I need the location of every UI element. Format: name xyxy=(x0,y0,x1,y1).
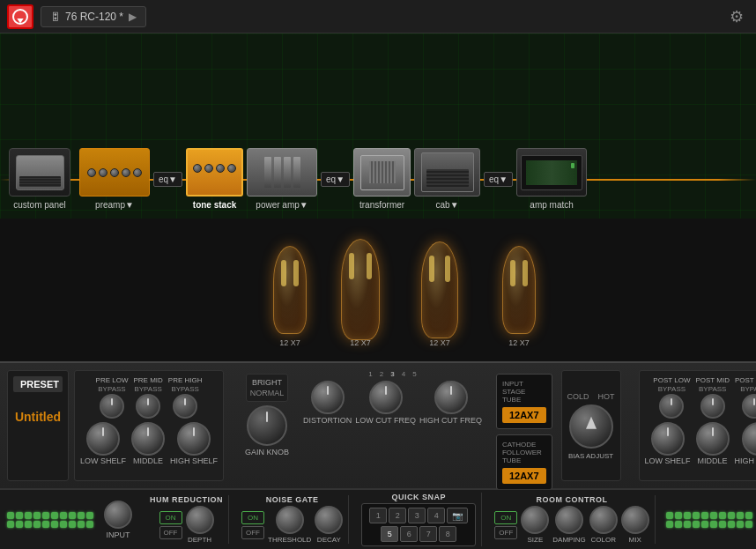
led-17 xyxy=(60,521,67,528)
damping-knob[interactable] xyxy=(555,506,583,534)
quick-snap-section: QUICK SNAP 1 2 3 4 📷 5 6 7 8 xyxy=(356,493,482,546)
pre-low-knob[interactable] xyxy=(100,394,124,419)
chain-item-power-amp[interactable]: power amp▼ xyxy=(247,148,317,210)
chain-item-eq1[interactable]: eq▼ xyxy=(153,172,182,187)
snap-8[interactable]: 8 xyxy=(439,526,456,542)
high-cut-knob[interactable] xyxy=(434,381,468,414)
decay-knob[interactable] xyxy=(315,506,343,534)
preset-selector[interactable]: 🎛 76 RC-120 * ▶ xyxy=(41,6,146,27)
preamp-knob-5 xyxy=(133,168,142,177)
bias-section: COLD HOT BIAS ADJUST xyxy=(561,370,621,481)
pre-mid-knob[interactable] xyxy=(136,394,160,419)
led-bar-right-bottom xyxy=(666,521,752,528)
low-cut-knob[interactable] xyxy=(369,381,403,414)
quick-snap-box: 1 2 3 4 📷 5 6 7 8 xyxy=(361,503,476,546)
tube-2: 12 X7 xyxy=(325,228,396,352)
high-shelf-knob[interactable] xyxy=(177,422,211,456)
snap-1[interactable]: 1 xyxy=(369,508,387,523)
led-r12 xyxy=(675,521,682,528)
pre-high-knob[interactable] xyxy=(173,394,197,419)
tube-1-label: 12 X7 xyxy=(279,338,300,347)
post-high-knob[interactable] xyxy=(742,394,756,419)
chain-item-eq2[interactable]: eq▼ xyxy=(321,172,350,187)
input-tube-button[interactable]: 12AX7 xyxy=(502,407,546,423)
post-high-bypass: BYPASS xyxy=(740,385,756,393)
snap-4[interactable]: 4 xyxy=(427,508,445,523)
led-8 xyxy=(69,512,76,519)
chain-item-preamp[interactable]: preamp▼ xyxy=(79,148,150,210)
led-r16 xyxy=(710,521,717,528)
distortion-knob[interactable] xyxy=(311,381,345,414)
threshold-knob[interactable] xyxy=(276,506,304,534)
eq2-label[interactable]: eq▼ xyxy=(321,172,350,187)
post-middle-knob[interactable] xyxy=(696,422,730,456)
tube-4: 12 X7 xyxy=(484,228,554,352)
led-r17 xyxy=(719,521,726,528)
snap-3[interactable]: 3 xyxy=(408,508,426,523)
settings-button[interactable]: ⚙ xyxy=(724,4,749,29)
led-meters-left xyxy=(7,512,93,528)
middle-knob[interactable] xyxy=(131,422,165,456)
bright-gain-section: BRIGHT NORMAL GAIN KNOB xyxy=(241,370,293,481)
noise-gate-controls: ON OFF THRESHOLD DECAY xyxy=(241,506,343,544)
led-r18 xyxy=(728,521,735,528)
cathode-tube-button[interactable]: 12AX7 xyxy=(502,468,546,484)
hum-on-button[interactable]: ON xyxy=(159,511,182,524)
chain-item-eq3[interactable]: eq▼ xyxy=(484,172,513,187)
preset-name-label: 76 RC-120 * xyxy=(65,11,123,23)
led-bar-bottom xyxy=(7,521,93,528)
logo-button[interactable] xyxy=(7,4,33,29)
led-9 xyxy=(78,512,85,519)
chain-item-transformer[interactable]: transformer xyxy=(353,148,411,210)
gain-knob[interactable] xyxy=(247,405,287,446)
cab-box xyxy=(414,148,480,197)
post-high-shelf-knob[interactable] xyxy=(742,422,756,456)
low-shelf-knob[interactable] xyxy=(86,422,120,456)
room-on-button[interactable]: ON xyxy=(494,511,517,524)
post-low-shelf-knob[interactable] xyxy=(651,422,685,456)
eq3-label[interactable]: eq▼ xyxy=(484,172,513,187)
tube-glass-1: 12 X7 xyxy=(268,237,312,343)
color-knob[interactable] xyxy=(589,506,618,534)
led-18 xyxy=(69,521,76,528)
post-middle-label: MIDDLE xyxy=(698,456,728,465)
hum-off-button[interactable]: OFF xyxy=(159,526,182,539)
preset-arrow-icon: ▶ xyxy=(129,11,137,23)
mix-knob[interactable] xyxy=(621,506,649,534)
led-11 xyxy=(7,521,14,528)
gate-on-button[interactable]: ON xyxy=(241,511,264,524)
post-mid-knob[interactable] xyxy=(700,394,725,419)
snap-7[interactable]: 7 xyxy=(419,526,437,542)
pre-high-label: PRE HIGH xyxy=(168,376,203,384)
input-knob[interactable] xyxy=(104,501,132,529)
snap-2[interactable]: 2 xyxy=(389,508,406,523)
camera-snap-button[interactable]: 📷 xyxy=(447,508,468,523)
transformer-box xyxy=(353,148,411,197)
bias-dial-container xyxy=(569,404,613,449)
post-low-knob[interactable] xyxy=(659,394,684,419)
preset-label: PRESET xyxy=(13,376,63,392)
chain-item-cab[interactable]: cab▼ xyxy=(414,148,480,210)
chain-item-custom-panel[interactable]: custom panel xyxy=(9,148,70,210)
bias-dial[interactable] xyxy=(569,404,613,449)
size-knob[interactable] xyxy=(521,506,549,534)
depth-knob[interactable] xyxy=(186,506,214,534)
led-r20 xyxy=(745,521,752,528)
chain-item-amp-match[interactable]: amp match xyxy=(516,148,587,210)
amp-match-label: amp match xyxy=(530,200,573,210)
hum-reduction-section: HUM REDUCTION ON OFF DEPTH xyxy=(145,495,229,544)
decay-label: DECAY xyxy=(317,536,341,544)
tube-glass-3: 12 X7 xyxy=(418,237,462,343)
led-r6 xyxy=(710,512,717,519)
gate-off-button[interactable]: OFF xyxy=(241,526,264,539)
post-eq-section: POST LOW BYPASS POST MID BYPASS POST HIG… xyxy=(639,370,756,481)
snap-6[interactable]: 6 xyxy=(400,526,418,542)
preamp-box xyxy=(79,148,150,197)
led-15 xyxy=(42,521,49,528)
snap-5[interactable]: 5 xyxy=(381,526,398,542)
room-off-button[interactable]: OFF xyxy=(494,526,517,539)
chain-item-tone-stack[interactable]: tone stack xyxy=(186,148,243,210)
led-13 xyxy=(25,521,32,528)
damping-label: DAMPING xyxy=(552,536,585,544)
eq1-label[interactable]: eq▼ xyxy=(153,172,182,187)
